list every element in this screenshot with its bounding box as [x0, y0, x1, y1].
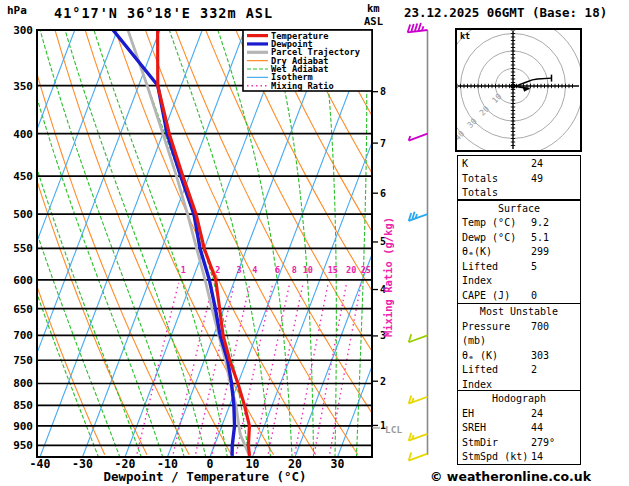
row-label: CAPE (J) — [462, 289, 531, 304]
svg-text:20: 20 — [346, 265, 356, 275]
svg-text:6: 6 — [275, 265, 280, 275]
svg-text:4: 4 — [252, 265, 257, 275]
row-label: Totals Totals — [462, 172, 531, 201]
height-axis-unit-km: km — [367, 2, 380, 14]
wind-barbs — [408, 23, 428, 460]
row-value: 2 — [531, 363, 580, 392]
svg-text:3: 3 — [237, 265, 242, 275]
table-row: CAPE (J)0 — [458, 289, 580, 304]
svg-text:8: 8 — [380, 86, 386, 97]
row-value: 0 — [531, 289, 580, 304]
temperature-axis-title: Dewpoint / Temperature (°C) — [37, 469, 373, 484]
table-row: θₑ(K)299 — [458, 245, 580, 260]
row-value: 9.2 — [531, 216, 580, 231]
indices-table: K24Totals Totals49PW (cm)1.62 — [457, 155, 581, 200]
lcl-label: LCL — [385, 424, 402, 435]
table-row: K24 — [458, 157, 580, 172]
row-label: θₑ (K) — [462, 349, 531, 364]
table-row: SREH44 — [458, 421, 580, 436]
row-label: EH — [462, 407, 531, 422]
svg-text:550: 550 — [13, 242, 33, 255]
table-row: EH24 — [458, 407, 580, 422]
svg-text:Mixing Ratio: Mixing Ratio — [271, 81, 334, 91]
wind-barb — [408, 23, 428, 32]
row-label: K — [462, 157, 531, 172]
hodograph-panel: 10203040kt — [443, 16, 583, 156]
row-label: StmDir — [462, 436, 531, 451]
hodograph-unit-label: kt — [460, 31, 470, 41]
svg-text:800: 800 — [13, 377, 33, 390]
table-row: Dewp (°C)5.1 — [458, 231, 580, 246]
wind-barb — [409, 212, 428, 221]
table-row: Totals Totals49 — [458, 172, 580, 201]
table-title: Surface — [458, 202, 580, 217]
hodograph-ring-label: 20 — [478, 104, 491, 117]
row-value: 24 — [531, 407, 580, 422]
table-row: Lifted Index5 — [458, 260, 580, 289]
mixing-axis-label: Mixing Ratio (g/kg) — [382, 217, 394, 337]
row-label: Lifted Index — [462, 260, 531, 289]
row-value: 5 — [531, 260, 580, 289]
hodograph-origin-dot — [510, 83, 515, 88]
table-row: StmSpd (kt)14 — [458, 450, 580, 465]
svg-text:450: 450 — [13, 170, 33, 183]
wind-barb — [409, 134, 428, 141]
surface-table: SurfaceTemp (°C)9.2Dewp (°C)5.1θₑ(K)299L… — [457, 200, 581, 304]
row-value: 700 — [531, 320, 580, 349]
pressure-tick-labels: 3003504004505005506006507007508008509009… — [13, 24, 33, 452]
row-value: 303 — [531, 349, 580, 364]
station-title: 41°17'N 36°18'E 332m ASL — [54, 5, 273, 21]
dewpoint-curve — [113, 30, 235, 456]
wind-barb — [409, 396, 428, 404]
svg-text:900: 900 — [13, 420, 33, 433]
row-value: 279° — [531, 436, 580, 451]
row-label: SREH — [462, 421, 531, 436]
table-title: Most Unstable — [458, 305, 580, 320]
svg-text:600: 600 — [13, 274, 33, 287]
row-label: StmSpd (kt) — [462, 450, 531, 465]
hodograph-trace — [513, 78, 552, 86]
pressure-axis-unit: hPa — [7, 4, 27, 17]
table-row: StmDir279° — [458, 436, 580, 451]
svg-text:750: 750 — [13, 354, 33, 367]
svg-text:10: 10 — [303, 265, 313, 275]
hodograph-ring-label: 30 — [466, 117, 479, 130]
table-row: θₑ (K)303 — [458, 349, 580, 364]
svg-text:300: 300 — [13, 24, 33, 37]
row-label: Lifted Index — [462, 363, 531, 392]
row-label: Temp (°C) — [462, 216, 531, 231]
svg-text:2: 2 — [215, 265, 220, 275]
row-value: 299 — [531, 245, 580, 260]
skewt-sounding-page: 1234681015202530035040045050055060065070… — [0, 0, 629, 486]
svg-text:400: 400 — [13, 128, 33, 141]
most-unstable-table: Most UnstablePressure (mb)700θₑ (K)303Li… — [457, 303, 581, 391]
svg-text:25: 25 — [361, 265, 371, 275]
run-date-title: 23.12.2025 06GMT (Base: 18) — [404, 5, 607, 20]
hodograph-ring-label: 10 — [490, 92, 503, 105]
wind-barb — [409, 334, 428, 342]
row-value: 49 — [531, 172, 580, 201]
svg-text:1: 1 — [181, 265, 186, 275]
svg-text:850: 850 — [13, 399, 33, 412]
wind-barb — [409, 433, 428, 441]
height-axis-unit-asl: ASL — [364, 15, 383, 27]
svg-text:6: 6 — [380, 188, 386, 199]
svg-text:350: 350 — [13, 80, 33, 93]
row-value: 24 — [531, 157, 580, 172]
svg-text:700: 700 — [13, 329, 33, 342]
table-row: Pressure (mb)700 — [458, 320, 580, 349]
wind-barb — [409, 453, 428, 461]
svg-text:950: 950 — [13, 439, 33, 452]
hodograph-table: HodographEH24SREH44StmDir279°StmSpd (kt)… — [457, 390, 581, 465]
svg-text:8: 8 — [292, 265, 297, 275]
row-label: Pressure (mb) — [462, 320, 531, 349]
pressure-gridlines — [37, 30, 372, 445]
watermark: © weatheronline.co.uk — [430, 469, 591, 484]
svg-text:500: 500 — [13, 208, 33, 221]
svg-text:650: 650 — [13, 303, 33, 316]
row-label: Dewp (°C) — [462, 231, 531, 246]
row-value: 5.1 — [531, 231, 580, 246]
svg-text:7: 7 — [380, 138, 386, 149]
row-value: 44 — [531, 421, 580, 436]
table-title: Hodograph — [458, 392, 580, 407]
